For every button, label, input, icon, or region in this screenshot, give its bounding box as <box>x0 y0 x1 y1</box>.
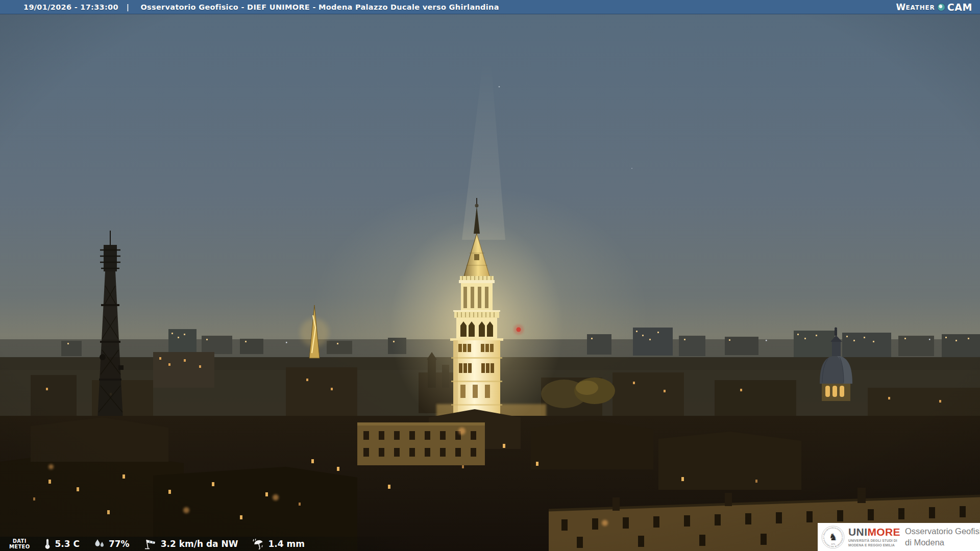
timestamp: 19/01/2026 - 17:33:00 <box>23 3 118 11</box>
unimore-wordmark-block: UNIMORE UNIVERSITÀ DEGLI STUDI DI MODENA… <box>848 527 900 547</box>
rain-value: 1.4 mm <box>268 539 304 549</box>
humidity-value: 77% <box>109 539 130 549</box>
observatory-name: Osservatorio Geofisico di Modena <box>905 526 980 547</box>
brand-weather-rest: EATHER <box>906 4 935 11</box>
dati-line1: DATI <box>9 538 30 544</box>
thermometer-icon <box>44 538 51 549</box>
observatory-name-line2: di Modena <box>905 537 980 548</box>
unimore-logo-box: UNIVERSITAS STUDIORUM MUTINENSIS ET REGG… <box>818 523 980 551</box>
wind-value: 3.2 km/h da NW <box>161 539 238 549</box>
top-info-bar: 19/01/2026 - 17:33:00 | Osservatorio Geo… <box>0 0 980 14</box>
umbrella-rain-icon <box>252 538 264 549</box>
seal-year: 1175 <box>831 543 835 545</box>
weathercam-logo: W EATHER CAM <box>896 2 972 13</box>
temperature-item: 5.3 C <box>44 538 80 549</box>
observatory-name-line1: Osservatorio Geofisico <box>905 526 980 537</box>
water-drops-icon <box>94 539 105 549</box>
unimore-wordmark: UNIMORE <box>848 527 900 537</box>
humidity-item: 77% <box>94 539 130 549</box>
brand-cam: CAM <box>947 2 972 13</box>
wind-item: 3.2 km/h da NW <box>144 538 238 549</box>
rain-item: 1.4 mm <box>252 538 304 549</box>
webcam-viewport: 19/01/2026 - 17:33:00 | Osservatorio Geo… <box>0 0 980 551</box>
university-subtitle-line2: MODENA E REGGIO EMILIA <box>848 543 900 548</box>
university-subtitle-line1: UNIVERSITÀ DEGLI STUDI DI <box>848 539 900 543</box>
brand-weather-initial: W <box>896 2 905 12</box>
camera-title: Osservatorio Geofisico - DIEF UNIMORE - … <box>140 3 499 11</box>
seal-knight-glyph: ♞ <box>829 532 838 542</box>
wordmark-uni: UNI <box>848 526 867 538</box>
camera-lens-icon <box>938 4 945 11</box>
unimore-seal-icon: UNIVERSITAS STUDIORUM MUTINENSIS ET REGG… <box>821 525 845 549</box>
webcam-photo-modena-ghirlandina <box>0 0 980 551</box>
university-subtitle: UNIVERSITÀ DEGLI STUDI DI MODENA E REGGI… <box>848 539 900 547</box>
vignette <box>0 0 980 551</box>
temperature-value: 5.3 C <box>55 539 80 549</box>
wordmark-more: MORE <box>867 526 900 538</box>
dati-meteo-label: DATI METEO <box>9 538 30 549</box>
dati-line2: METEO <box>9 544 30 549</box>
separator: | <box>127 3 130 11</box>
windsock-icon <box>144 538 157 549</box>
